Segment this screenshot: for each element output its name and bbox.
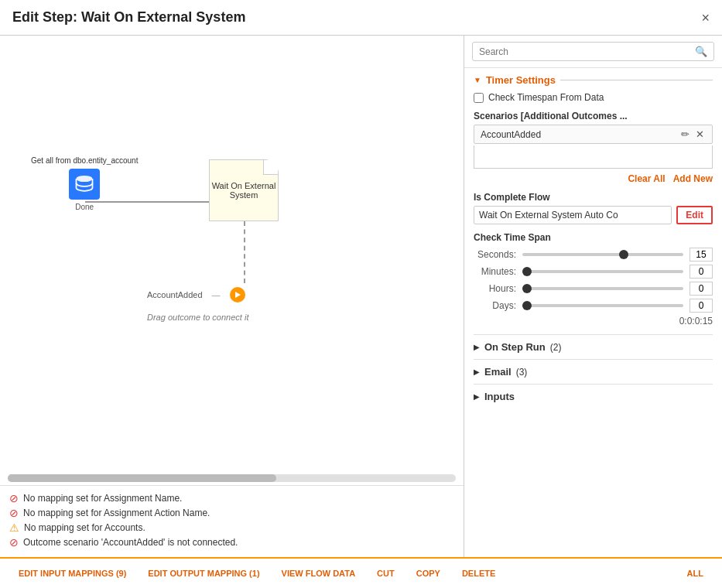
right-panel: 🔍 ▼ Timer Settings Check Timespan From D…: [464, 36, 722, 557]
copy-button[interactable]: COPY: [405, 569, 451, 578]
email-section: ▶ Email (3): [474, 359, 713, 384]
email-triangle-icon: ▶: [474, 368, 480, 376]
canvas-scrollbar[interactable]: [8, 474, 456, 482]
slider-thumb-hours: [522, 284, 532, 293]
validation-panel: ⊘ No mapping set for Assignment Name. ⊘ …: [0, 485, 464, 557]
all-button[interactable]: ALL: [676, 569, 714, 578]
on-step-run-section: ▶ On Step Run (2): [474, 334, 713, 359]
scenario-extra-area: [474, 145, 713, 169]
wait-box: Wait On External System: [209, 159, 279, 221]
scenario-links-row: Clear All Add New: [474, 173, 713, 184]
timer-settings-section-header: ▼ Timer Settings: [474, 74, 713, 86]
done-label: Done: [75, 203, 94, 211]
dashed-connector: [244, 221, 245, 283]
slider-row-hours: Hours:: [474, 282, 713, 296]
check-timespan-title: Check Time Span: [474, 232, 713, 243]
email-title: Email: [484, 366, 512, 378]
slider-row-days: Days:: [474, 299, 713, 313]
edit-scenario-button[interactable]: ✏: [679, 128, 691, 140]
slider-track-seconds[interactable]: [522, 253, 683, 256]
email-header[interactable]: ▶ Email (3): [474, 366, 713, 378]
close-button[interactable]: ×: [701, 11, 710, 25]
slider-track-hours[interactable]: [522, 287, 683, 290]
is-complete-field: Edit: [474, 206, 713, 224]
slider-value-minutes[interactable]: [689, 265, 713, 279]
validation-text-4: Outcome scenario 'AccountAdded' is not c…: [23, 537, 238, 548]
outcome-dash: —: [212, 290, 221, 299]
right-content: ▼ Timer Settings Check Timespan From Dat…: [464, 68, 722, 557]
slider-label-hours: Hours:: [474, 283, 516, 294]
is-complete-label: Is Complete Flow: [474, 192, 713, 203]
slider-thumb-seconds: [619, 250, 628, 259]
slider-track-days[interactable]: [522, 304, 683, 307]
validation-item: ⚠ No mapping set for Accounts.: [9, 521, 454, 534]
search-icon: 🔍: [695, 46, 707, 57]
check-timespan-row: Check Timespan From Data: [474, 92, 713, 103]
delete-button[interactable]: DELETE: [451, 569, 506, 578]
db-icon: [69, 169, 100, 200]
db-node: Get all from dbo.entity_account Done: [31, 156, 138, 211]
outcome-label: AccountAdded: [147, 290, 203, 299]
on-step-run-header[interactable]: ▶ On Step Run (2): [474, 341, 713, 353]
email-badge: (3): [516, 367, 528, 378]
check-timespan-checkbox[interactable]: [474, 93, 484, 103]
check-timespan-label: Check Timespan From Data: [488, 92, 604, 103]
svg-point-0: [77, 176, 93, 182]
canvas-scrollbar-thumb: [8, 474, 276, 482]
cut-button[interactable]: CUT: [366, 569, 405, 578]
on-step-run-title: On Step Run: [484, 341, 546, 353]
connector-line: [85, 201, 217, 203]
slider-row-minutes: Minutes:: [474, 265, 713, 279]
is-complete-section: Is Complete Flow Edit: [474, 192, 713, 224]
canvas-area: Get all from dbo.entity_account Done: [0, 36, 464, 471]
view-flow-data-button[interactable]: VIEW FLOW DATA: [271, 569, 367, 578]
is-complete-input[interactable]: [474, 206, 672, 224]
edit-output-mapping-button[interactable]: EDIT OUTPUT MAPPING (1): [137, 569, 270, 578]
dialog-header: Edit Step: Wait On External System ×: [0, 0, 722, 36]
validation-item: ⊘ No mapping set for Assignment Action N…: [9, 507, 454, 519]
edit-input-mappings-button[interactable]: EDIT INPUT MAPPINGS (9): [8, 569, 137, 578]
clear-all-button[interactable]: Clear All: [628, 173, 665, 184]
dialog-title: Edit Step: Wait On External System: [12, 9, 245, 26]
search-input[interactable]: [479, 46, 695, 57]
svg-marker-1: [235, 292, 241, 298]
error-icon-2: ⊘: [9, 507, 19, 519]
wait-label: Wait On External System: [210, 181, 278, 200]
collapse-icon: ▼: [474, 76, 481, 84]
on-step-run-triangle-icon: ▶: [474, 343, 480, 351]
validation-item: ⊘ Outcome scenario 'AccountAdded' is not…: [9, 536, 454, 549]
scenarios-label: Scenarios [Additional Outcomes ...: [474, 111, 713, 121]
error-icon-3: ⊘: [9, 536, 19, 549]
play-icon: [234, 291, 241, 299]
timer-settings-label: Timer Settings: [486, 74, 556, 86]
scenario-actions: ✏ ✕: [679, 128, 706, 140]
dialog: Edit Step: Wait On External System × Get…: [0, 0, 722, 588]
canvas-panel: Get all from dbo.entity_account Done: [0, 36, 464, 557]
search-input-wrap[interactable]: 🔍: [472, 42, 714, 61]
validation-text-3: No mapping set for Accounts.: [24, 522, 145, 533]
remove-scenario-button[interactable]: ✕: [694, 128, 706, 140]
time-display: 0:0:0:15: [474, 316, 713, 326]
add-new-button[interactable]: Add New: [673, 173, 713, 184]
db-label: Get all from dbo.entity_account: [31, 156, 138, 166]
slider-value-seconds[interactable]: [689, 248, 713, 262]
slider-thumb-days: [522, 301, 532, 310]
on-step-run-badge: (2): [550, 342, 562, 353]
wait-node: Wait On External System: [209, 159, 279, 221]
search-bar: 🔍: [464, 36, 722, 68]
drag-hint: Drag outcome to connect it: [147, 313, 248, 322]
slider-track-minutes[interactable]: [522, 270, 683, 273]
slider-value-hours[interactable]: [689, 282, 713, 296]
inputs-section: ▶ Inputs: [474, 384, 713, 409]
slider-thumb-minutes: [522, 267, 532, 276]
warning-icon-1: ⚠: [9, 521, 19, 534]
scenario-text: AccountAdded: [481, 129, 679, 140]
slider-label-seconds: Seconds:: [474, 249, 516, 260]
outcome-row: AccountAdded —: [147, 287, 245, 303]
check-timespan-section: Check Time Span Seconds: Minutes:: [474, 232, 713, 326]
slider-row-seconds: Seconds:: [474, 248, 713, 262]
slider-value-days[interactable]: [689, 299, 713, 313]
edit-complete-button[interactable]: Edit: [676, 206, 713, 224]
error-icon-1: ⊘: [9, 492, 19, 504]
inputs-header[interactable]: ▶ Inputs: [474, 391, 713, 402]
